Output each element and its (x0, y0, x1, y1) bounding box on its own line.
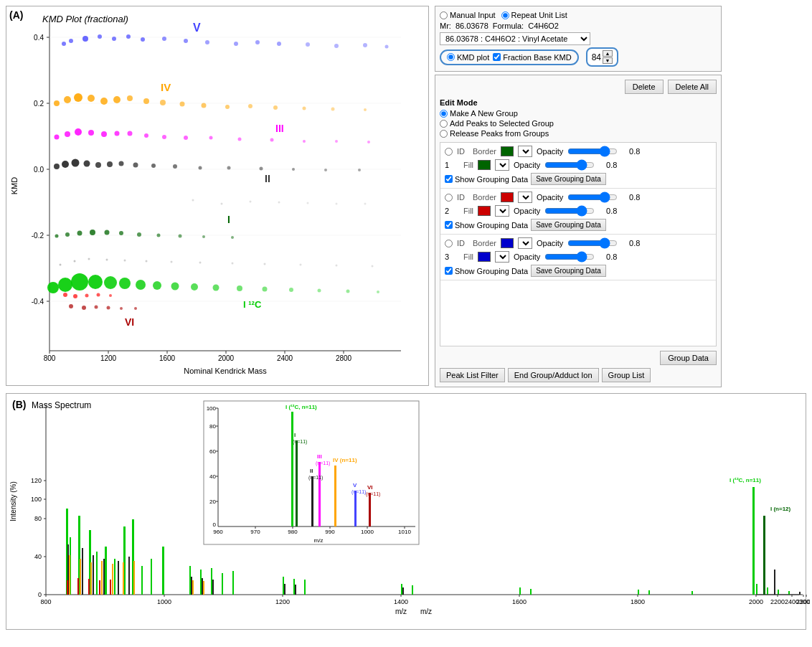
svg-point-138 (95, 306, 98, 309)
svg-point-158 (250, 201, 252, 203)
group-2-fill-color[interactable] (478, 206, 491, 216)
svg-point-146 (106, 259, 108, 261)
group-1-show-label[interactable]: Show Grouping Data (445, 175, 528, 184)
group-1-opacity-label: Opacity (537, 147, 563, 156)
svg-point-134 (109, 294, 112, 297)
group-3-save-btn[interactable]: Save Grouping Data (531, 265, 606, 277)
svg-text:1800: 1800 (631, 598, 645, 605)
svg-point-81 (335, 140, 338, 143)
mass-spectrum-container: (B) Mass Spectrum 0 40 80 100 120 (6, 393, 806, 630)
group-3-border-color[interactable] (501, 238, 514, 248)
svg-rect-239 (412, 585, 413, 595)
group-2-radio[interactable] (445, 194, 453, 202)
group-3-border-select[interactable]: ▼ (518, 237, 532, 249)
group-3-show-cb[interactable] (445, 267, 453, 275)
svg-point-124 (237, 285, 242, 291)
delete-all-button[interactable]: Delete All (668, 80, 717, 94)
group-2-show-text: Show Grouping Data (455, 221, 528, 230)
end-group-tab[interactable]: End Group/Adduct Ion (508, 368, 599, 382)
group-1-fill-select[interactable]: ▼ (495, 159, 509, 171)
group-1-border-color[interactable] (501, 146, 514, 156)
group-list-tab[interactable]: Group List (602, 368, 651, 382)
groups-scroll[interactable]: ID Border ▼ Opacity 0.8 1 Fill (440, 142, 717, 346)
svg-point-131 (73, 294, 77, 298)
repeat-unit-radio[interactable] (501, 11, 509, 19)
svg-rect-244 (648, 590, 650, 595)
group-1-show-cb[interactable] (445, 175, 453, 183)
make-new-group-radio-label[interactable]: Make A New Group (440, 109, 717, 118)
svg-text:1600: 1600 (159, 354, 176, 362)
svg-rect-206 (82, 548, 83, 595)
svg-point-144 (74, 260, 76, 263)
release-peaks-radio[interactable] (440, 130, 448, 138)
kmd-plot-radio[interactable] (447, 53, 455, 61)
svg-point-35 (112, 37, 116, 41)
svg-point-31 (62, 42, 66, 46)
manual-input-radio[interactable] (440, 11, 448, 19)
group-3-fill-opacity-slider[interactable] (544, 252, 595, 261)
svg-point-125 (263, 287, 268, 292)
svg-point-139 (107, 306, 110, 310)
svg-point-122 (191, 283, 198, 291)
svg-text:(n=11): (n=11) (366, 491, 380, 497)
svg-rect-202 (141, 566, 143, 595)
fraction-base-label: Fraction Base KMD (503, 53, 571, 62)
svg-text:(n=11): (n=11) (293, 439, 307, 445)
svg-point-84 (54, 164, 60, 169)
svg-point-118 (119, 278, 131, 289)
kmd-plot-radio-label[interactable]: KMD plot (447, 53, 489, 62)
svg-point-90 (119, 161, 124, 166)
compound-dropdown[interactable]: 86.03678 : C4H6O2 : Vinyl Acetate (440, 32, 590, 45)
group-1-radio[interactable] (445, 148, 453, 156)
spinner-up[interactable]: ▲ (603, 50, 613, 57)
group-2-border-color[interactable] (501, 192, 514, 202)
svg-text:990: 990 (325, 529, 335, 535)
group-1-border-select[interactable]: ▼ (518, 146, 532, 157)
group-1-show-text: Show Grouping Data (455, 175, 528, 184)
svg-rect-209 (118, 561, 119, 595)
group-2-fill-opacity-slider[interactable] (544, 207, 595, 215)
group-2-border-select[interactable]: ▼ (518, 192, 532, 203)
svg-point-101 (55, 235, 59, 238)
svg-rect-245 (691, 591, 693, 595)
group-2-save-btn[interactable]: Save Grouping Data (531, 219, 606, 231)
fraction-base-checkbox[interactable] (493, 53, 501, 61)
formula-label: Formula: (493, 22, 524, 30)
group-3-show-label[interactable]: Show Grouping Data (445, 267, 528, 275)
svg-text:Intensity (%): Intensity (%) (9, 481, 17, 521)
make-new-group-radio[interactable] (440, 110, 448, 118)
group-3-fill-row: 3 Fill ▼ Opacity 0.8 (445, 251, 712, 263)
add-peaks-radio[interactable] (440, 120, 448, 128)
svg-rect-204 (162, 547, 164, 595)
group-1-fill-color[interactable] (478, 160, 491, 170)
group-3-border-opacity-slider[interactable] (567, 239, 618, 247)
group-1-border-opacity-slider[interactable] (567, 147, 618, 156)
group-1-save-btn[interactable]: Save Grouping Data (531, 173, 606, 185)
group-3-num-label: 3 (445, 252, 459, 261)
svg-rect-283 (318, 462, 321, 526)
svg-text:m/z: m/z (395, 608, 407, 615)
group-1-fill-opacity-slider[interactable] (544, 161, 595, 169)
group-2-show-label[interactable]: Show Grouping Data (445, 221, 528, 230)
group-3-fill-color[interactable] (478, 252, 491, 262)
repeat-unit-radio-label[interactable]: Repeat Unit List (501, 11, 567, 19)
release-peaks-radio-label[interactable]: Release Peaks from Groups (440, 129, 717, 138)
group-data-button[interactable]: Group Data (660, 351, 717, 365)
fraction-base-label-wrap[interactable]: Fraction Base KMD (493, 53, 571, 62)
manual-input-radio-label[interactable]: Manual Input (440, 11, 496, 19)
svg-point-162 (364, 203, 367, 205)
group-3-radio[interactable] (445, 240, 453, 247)
peak-list-filter-tab[interactable]: Peak List Filter (440, 368, 505, 382)
svg-point-76 (184, 136, 188, 140)
spinner-box: 84 ▲ ▼ (586, 47, 618, 67)
group-2-show-cb[interactable] (445, 221, 453, 229)
delete-button[interactable]: Delete (625, 80, 664, 94)
group-3-fill-select[interactable]: ▼ (495, 251, 509, 263)
group-2-border-opacity-slider[interactable] (567, 193, 618, 202)
add-peaks-radio-label[interactable]: Add Peaks to Selected Group (440, 119, 717, 128)
svg-rect-236 (284, 584, 285, 595)
group-2-fill-select[interactable]: ▼ (495, 205, 509, 217)
svg-point-114 (58, 278, 72, 292)
spinner-down[interactable]: ▼ (603, 57, 613, 64)
bottom-tabs: Peak List Filter End Group/Adduct Ion Gr… (440, 368, 717, 382)
